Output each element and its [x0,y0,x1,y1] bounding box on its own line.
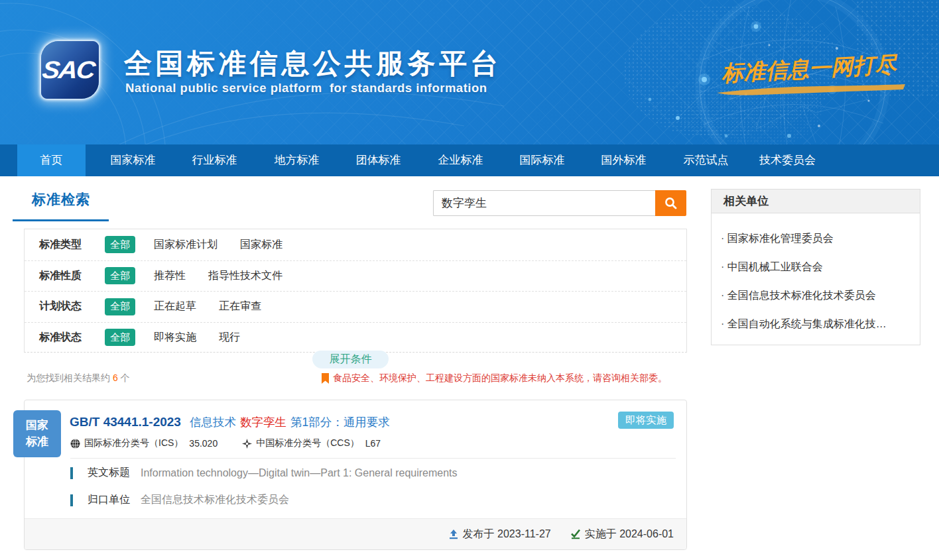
committee-label: 归口单位 [88,493,130,507]
filter-row-standard-type: 标准类型 全部 国家标准计划 国家标准 [25,229,686,260]
published-label: 发布于 [463,528,495,541]
related-units-title: 相关单位 [712,190,920,213]
nav-item-local-standards[interactable]: 地方标准 [263,144,331,176]
site-title: 全国标准信息公共服务平台 [124,45,502,82]
committee-row: 归口单位 全国信息技术标准化技术委员会 [70,493,289,507]
badge-line1: 国家 [26,419,48,431]
published-date: 2023-11-27 [497,528,551,540]
filter-label: 计划状态 [25,300,105,313]
filter-option[interactable]: 正在起草 [154,300,196,313]
title-segment[interactable]: 第1部分：通用要求 [290,414,390,430]
classification-meta: 国际标准分类号（ICS） 35.020 中国标准分类号（CCS） L67 [70,437,381,449]
related-unit-item[interactable]: 全国信息技术标准化技术委员会 [721,281,920,309]
filter-panel: 标准类型 全部 国家标准计划 国家标准 标准性质 全部 推荐性 指导性技术文件 … [24,229,687,353]
title-segment[interactable]: 信息技术 [190,414,236,430]
status-badge: 即将实施 [618,412,674,429]
nav-item-foreign-standards[interactable]: 国外标准 [590,144,658,176]
search-button[interactable] [655,190,686,216]
filter-option[interactable]: 推荐性 [154,269,186,283]
related-unit-item[interactable]: 国家标准化管理委员会 [721,224,920,252]
main-nav: 首页 国家标准 行业标准 地方标准 团体标准 企业标准 国际标准 国外标准 示范… [0,144,939,176]
related-units-panel: 相关单位 国家标准化管理委员会 中国机械工业联合会 全国信息技术标准化技术委员会… [711,189,920,345]
upload-icon [448,529,459,539]
ics-value: 35.020 [189,438,218,449]
globe-icon [70,439,80,449]
result-summary-suffix: 个 [121,372,130,383]
site-subtitle: National public service platform for sta… [125,81,487,95]
title-highlight[interactable]: 数字孪生 [240,414,286,430]
row-accent-bar [70,494,73,506]
filter-all-button[interactable]: 全部 [105,236,135,253]
filter-all-button[interactable]: 全部 [105,329,135,346]
expand-conditions-button[interactable]: 展开条件 [312,351,389,368]
english-title-row: 英文标题 Information technology—Digital twin… [70,466,458,480]
implemented-date: 2024-06-01 [619,528,674,540]
nav-item-pilot-projects[interactable]: 示范试点 [672,144,740,176]
committee-value: 全国信息技术标准化技术委员会 [141,493,289,507]
sac-logo-text: SAC [40,56,99,84]
badge-line2: 标准 [26,435,48,448]
filter-option[interactable]: 现行 [219,331,240,345]
search-input[interactable] [433,190,655,216]
ics-label: 国际标准分类号（ICS） [84,437,183,449]
filter-all-button[interactable]: 全部 [105,267,135,284]
standard-code-link[interactable]: GB/T 43441.1-2023 [70,415,181,429]
nav-item-international-standards[interactable]: 国际标准 [508,144,576,176]
result-count: 6 [110,372,121,383]
nav-list: 首页 国家标准 行业标准 地方标准 团体标准 企业标准 国际标准 国外标准 示范… [0,144,939,176]
bookmark-icon [321,373,330,384]
sac-logo[interactable]: SAC [41,41,99,99]
row-accent-bar [70,467,73,479]
system-notice: 食品安全、环境保护、工程建设方面的国家标准未纳入本系统，请咨询相关部委。 [321,372,667,384]
check-icon [570,529,581,539]
filter-all-button[interactable]: 全部 [105,298,135,315]
result-summary: 为您找到相关结果约6个 [27,372,130,384]
related-units-list: 国家标准化管理委员会 中国机械工业联合会 全国信息技术标准化技术委员会 全国自动… [712,213,920,338]
standard-search-tab[interactable]: 标准检索 [32,190,90,209]
page: SAC 全国标准信息公共服务平台 National public service… [0,0,939,560]
filter-option[interactable]: 指导性技术文件 [208,269,282,283]
filter-row-plan-status: 计划状态 全部 正在起草 正在审查 [25,291,686,322]
national-standard-badge: 国家标准 [13,410,61,457]
related-unit-item[interactable]: 全国自动化系统与集成标准化技… [721,309,920,338]
filter-option[interactable]: 国家标准 [240,238,282,252]
implemented-label: 实施于 [585,528,617,541]
english-title-value: Information technology—Digital twin—Part… [141,467,458,479]
nav-item-group-standards[interactable]: 团体标准 [344,144,412,176]
slogan-underline-stroke [715,82,907,97]
result-summary-prefix: 为您找到相关结果约 [27,372,110,383]
nav-item-enterprise-standards[interactable]: 企业标准 [426,144,495,176]
notice-text: 食品安全、环境保护、工程建设方面的国家标准未纳入本系统，请咨询相关部委。 [333,372,667,384]
ccs-value: L67 [365,438,381,449]
nav-item-national-standards[interactable]: 国家标准 [99,144,167,176]
nav-item-technical-committees[interactable]: 技术委员会 [753,144,822,176]
header-banner: SAC 全国标准信息公共服务平台 National public service… [0,0,939,144]
card-footer: 发布于 2023-11-27 实施于 2024-06-01 [25,518,686,549]
filter-label: 标准性质 [25,269,105,283]
standard-search-tab-underline [13,219,109,221]
filter-option[interactable]: 正在审查 [219,300,261,313]
filter-option[interactable]: 即将实施 [154,331,196,345]
ccs-label: 中国标准分类号（CCS） [256,437,359,449]
filter-label: 标准状态 [25,331,105,345]
filter-row-standard-status: 标准状态 全部 即将实施 现行 [25,322,686,353]
filter-label: 标准类型 [25,238,105,252]
result-title: GB/T 43441.1-2023 信息技术 数字孪生 第1部分：通用要求 [70,413,394,431]
card-divider [70,458,676,459]
related-unit-item[interactable]: 中国机械工业联合会 [721,252,920,281]
compass-icon [242,439,252,449]
english-title-label: 英文标题 [88,466,130,480]
nav-item-home[interactable]: 首页 [17,144,86,176]
filter-row-standard-nature: 标准性质 全部 推荐性 指导性技术文件 [25,260,686,292]
nav-item-industry-standards[interactable]: 行业标准 [180,144,249,176]
filter-option[interactable]: 国家标准计划 [154,238,218,252]
result-card: 国家标准 GB/T 43441.1-2023 信息技术 数字孪生 第1部分：通用… [24,400,687,550]
magnifier-icon [664,196,678,210]
